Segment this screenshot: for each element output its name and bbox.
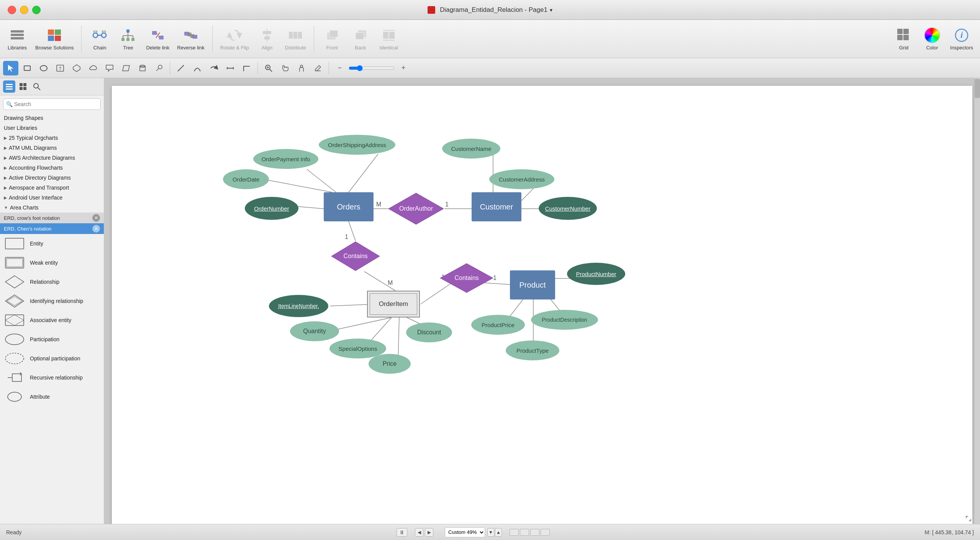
optional-participation-shape-item[interactable]: Optional participation xyxy=(0,349,104,368)
pencil-tool[interactable] xyxy=(310,61,326,75)
customer-number-node[interactable]: CustomerNumber xyxy=(539,197,597,220)
inspectors-button[interactable]: i Inspectors xyxy=(947,25,976,53)
page-view-4[interactable] xyxy=(541,529,550,536)
active-dir-section[interactable]: ▶ Active Directory Diagrams xyxy=(0,173,104,183)
discount-node[interactable]: Discount xyxy=(406,322,452,342)
select-tool[interactable] xyxy=(3,61,18,75)
list-view-button[interactable] xyxy=(3,80,15,93)
delete-link-button[interactable]: Delete link xyxy=(143,25,172,53)
25-orgcharts-section[interactable]: ▶ 25 Typical Orgcharts xyxy=(0,133,104,143)
title-dropdown-arrow[interactable]: ▾ xyxy=(550,7,552,13)
quantity-node[interactable]: Quantity xyxy=(290,321,339,341)
zoom-up-button[interactable]: ▲ xyxy=(495,528,502,537)
contains2-node[interactable]: Contains xyxy=(439,263,494,293)
drawing-shapes-section[interactable]: Drawing Shapes xyxy=(0,113,104,123)
browse-solutions-button[interactable]: Browse Solutions xyxy=(32,25,77,53)
search-input[interactable] xyxy=(3,98,101,110)
recursive-rel-shape-item[interactable]: Recursive relationship xyxy=(0,368,104,387)
distribute-button[interactable]: Distribute xyxy=(282,25,309,53)
expand-button[interactable] xyxy=(964,514,973,523)
order-shipping-address-node[interactable]: OrderShippingAddress xyxy=(319,135,395,155)
relationship-shape-item[interactable]: Relationship xyxy=(0,272,104,291)
erd-chens-close[interactable]: ✕ xyxy=(92,225,100,232)
hand-tool[interactable] xyxy=(277,61,293,75)
maximize-button[interactable] xyxy=(32,6,41,14)
chain-button[interactable]: Chain xyxy=(86,25,113,53)
curve-tool[interactable] xyxy=(190,61,205,75)
prev-page-button[interactable]: ◀ xyxy=(415,528,423,537)
contains1-node[interactable]: Contains xyxy=(331,241,380,272)
product-type-node[interactable]: ProductType xyxy=(506,340,559,360)
customer-node[interactable]: Customer xyxy=(472,192,521,221)
aerospace-section[interactable]: ▶ Aerospace and Transport xyxy=(0,183,104,193)
search-button[interactable] xyxy=(31,80,43,93)
user-libraries-section[interactable]: User Libraries xyxy=(0,123,104,133)
close-button[interactable] xyxy=(8,6,16,14)
lollipop-tool[interactable] xyxy=(151,61,167,75)
order-item-node[interactable]: OrderItem xyxy=(367,291,420,317)
product-number-node[interactable]: ProductNumber xyxy=(567,263,625,285)
callout-tool[interactable] xyxy=(102,61,117,75)
canvas[interactable]: M 1 1 xyxy=(112,86,972,524)
front-button[interactable]: Front xyxy=(319,25,346,53)
product-node[interactable]: Product xyxy=(510,270,555,299)
attribute-shape-item[interactable]: Attribute xyxy=(0,387,104,406)
person-tool[interactable] xyxy=(294,61,309,75)
rotate-flip-button[interactable]: Rotate & Flip xyxy=(217,25,252,53)
parallelogram-tool[interactable] xyxy=(118,61,134,75)
identical-button[interactable]: Identical xyxy=(375,25,402,53)
identifying-rel-shape-item[interactable]: Identifying relationship xyxy=(0,291,104,311)
zoom-in-button[interactable]: + xyxy=(396,61,411,75)
product-description-node[interactable]: ProductDescription xyxy=(531,310,598,330)
aws-arch-section[interactable]: ▶ AWS Architecture Diagrams xyxy=(0,153,104,163)
cloud-tool[interactable] xyxy=(85,61,101,75)
order-number-node[interactable]: OrderNumber xyxy=(245,197,298,220)
cylinder-tool[interactable] xyxy=(135,61,150,75)
android-ui-section[interactable]: ▶ Android User Interface xyxy=(0,193,104,203)
order-payment-info-node[interactable]: OrderPayment Info xyxy=(253,149,318,169)
rectangle-tool[interactable] xyxy=(20,61,35,75)
poly-tool[interactable] xyxy=(69,61,84,75)
order-date-node[interactable]: OrderDate xyxy=(223,169,269,189)
orders-node[interactable]: Orders xyxy=(324,192,374,221)
zoom-select[interactable]: Custom 49% 25% 50% 75% 100% 150% 200% xyxy=(445,527,485,537)
bidirectional-tool[interactable] xyxy=(223,61,238,75)
zoom-out-button[interactable]: − xyxy=(332,61,347,75)
page-view-2[interactable] xyxy=(520,529,529,536)
page-view-3[interactable] xyxy=(530,529,539,536)
order-author-node[interactable]: OrderAuthor xyxy=(388,192,444,225)
back-button[interactable]: Back xyxy=(347,25,374,53)
text-tool[interactable]: T xyxy=(52,61,68,75)
line-tool[interactable] xyxy=(173,61,188,75)
customer-name-node[interactable]: CustomerName xyxy=(442,139,500,159)
tree-button[interactable]: Tree xyxy=(115,25,141,53)
grid-button[interactable]: Grid xyxy=(890,25,917,53)
associative-entity-shape-item[interactable]: Associative entity xyxy=(0,311,104,330)
pause-button[interactable]: ⏸ xyxy=(397,528,407,537)
align-button[interactable]: Align xyxy=(254,25,280,53)
area-charts-section[interactable]: ▼ Area Charts xyxy=(0,203,104,213)
ellipse-tool[interactable] xyxy=(36,61,51,75)
next-page-button[interactable]: ▶ xyxy=(425,528,433,537)
atm-uml-section[interactable]: ▶ ATM UML Diagrams xyxy=(0,143,104,153)
elbow-tool[interactable] xyxy=(239,61,254,75)
zoom-slider[interactable] xyxy=(349,65,395,71)
minimize-button[interactable] xyxy=(20,6,28,14)
entity-shape-item[interactable]: Entity xyxy=(0,234,104,253)
arc-tool[interactable] xyxy=(206,61,221,75)
zoom-down-button[interactable]: ▼ xyxy=(487,528,494,537)
zoom-tool[interactable] xyxy=(261,61,276,75)
price-node[interactable]: Price xyxy=(369,354,411,374)
participation-shape-item[interactable]: Participation xyxy=(0,330,104,349)
color-button[interactable]: Color xyxy=(919,25,946,53)
libraries-button[interactable]: Libraries xyxy=(4,25,31,53)
grid-view-button[interactable] xyxy=(17,80,29,93)
erd-crows-close[interactable]: ✕ xyxy=(92,214,100,222)
customer-address-node[interactable]: CustomerAddress xyxy=(489,169,554,189)
erd-crows-panel[interactable]: ERD, crow's foot notation ✕ xyxy=(0,213,104,223)
weak-entity-shape-item[interactable]: Weak entity xyxy=(0,253,104,272)
product-price-node[interactable]: ProductPrice xyxy=(471,315,525,335)
vertical-scrollbar[interactable] xyxy=(974,78,980,524)
accounting-section[interactable]: ▶ Accounting Flowcharts xyxy=(0,163,104,173)
reverse-link-button[interactable]: Reverse link xyxy=(174,25,208,53)
